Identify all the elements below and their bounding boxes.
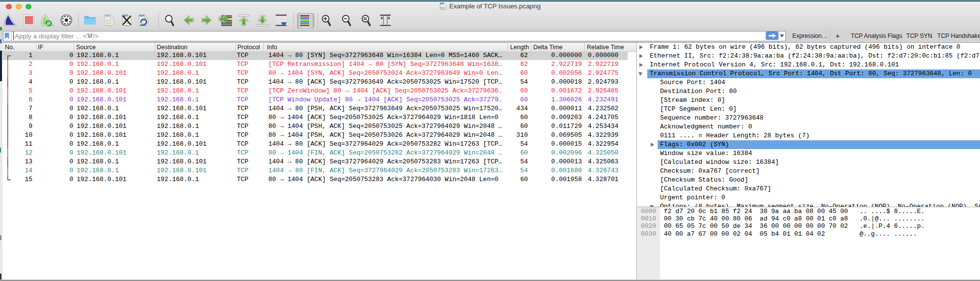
svg-text:010: 010 (440, 7, 445, 10)
